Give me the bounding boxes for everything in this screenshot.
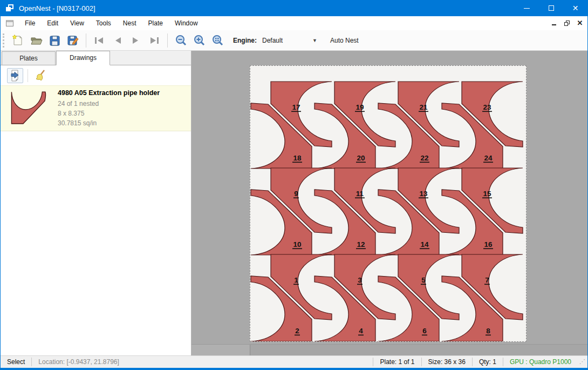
part-number-underline	[422, 335, 427, 336]
minimize-button[interactable]	[515, 0, 539, 16]
drawing-thumbnail	[7, 89, 52, 128]
part-number-label: 1	[294, 276, 298, 284]
status-gpu: GPU : Quadro P1000	[503, 358, 578, 366]
part-number-underline	[482, 198, 492, 199]
drawing-list-item[interactable]: 4980 A05 Extraction pipe holder 24 of 1 …	[1, 85, 191, 131]
part-number-label: 23	[483, 103, 491, 111]
part-number-underline	[357, 284, 363, 285]
part-number-underline	[358, 335, 364, 336]
menu-item-window[interactable]: Window	[169, 17, 204, 30]
part-number-underline	[419, 111, 428, 112]
open-folder-icon	[30, 34, 43, 47]
window-bottom-border	[1, 368, 588, 370]
part-number-label: 15	[483, 190, 491, 198]
maximize-button[interactable]	[539, 0, 563, 16]
tab-drawings[interactable]: Drawings	[56, 51, 110, 65]
close-button[interactable]: ✕	[563, 0, 587, 16]
open-file-button[interactable]	[27, 32, 45, 49]
part-number-label: 4	[359, 327, 363, 335]
mdi-close-button[interactable]: ✕	[576, 19, 584, 28]
menu-item-plate[interactable]: Plate	[142, 17, 169, 30]
part-number-label: 19	[355, 103, 364, 111]
status-size: Size: 36 x 36	[422, 358, 472, 366]
status-mode: Select	[1, 358, 31, 366]
engine-label: Engine:	[233, 37, 257, 44]
save-as-icon	[66, 34, 79, 47]
part-number-underline	[483, 162, 493, 163]
zoom-fit-button[interactable]	[208, 32, 227, 49]
part-number-label: 8	[486, 327, 490, 335]
menu-item-nest[interactable]: Nest	[117, 17, 142, 30]
part-number-label: 3	[358, 276, 362, 284]
statusbar: Select Location: [-0.9437, 21.8796] Plat…	[1, 355, 588, 368]
mdi-restore-button[interactable]	[563, 19, 571, 28]
part-number-label: 13	[419, 190, 428, 198]
part-number-underline	[484, 284, 490, 285]
titlebar: OpenNest - [N0317-002] ✕	[1, 0, 587, 16]
part-number-underline	[421, 284, 426, 285]
left-panel: Plates Drawings	[1, 51, 192, 355]
part-number-underline	[420, 248, 429, 250]
zoom-fit-icon	[211, 34, 224, 47]
auto-nest-button[interactable]: Auto Nest	[327, 35, 362, 46]
status-plate: Plate: 1 of 1	[373, 358, 421, 366]
save-icon	[48, 34, 61, 47]
mdi-document-icon[interactable]	[6, 20, 13, 26]
part-number-label: 20	[357, 154, 365, 162]
part-number-label: 10	[293, 240, 301, 248]
nest-canvas[interactable]: 171819202122232491011121314151612345678	[192, 51, 588, 355]
mdi-minimize-button[interactable]	[550, 19, 558, 28]
nest-layout: 171819202122232491011121314151612345678	[250, 66, 526, 341]
zoom-in-icon	[193, 34, 206, 47]
part-number-label: 11	[356, 190, 364, 198]
menu-item-tools[interactable]: Tools	[90, 17, 117, 30]
menubar: FileEditViewToolsNestPlateWindow ✕	[1, 16, 587, 30]
content-area: Plates Drawings	[1, 51, 588, 355]
zoom-in-button[interactable]	[190, 32, 208, 49]
menu-item-view[interactable]: View	[64, 17, 90, 30]
zoom-out-button[interactable]	[172, 32, 190, 49]
drawings-toolbar	[1, 65, 191, 85]
part-number-label: 22	[420, 154, 428, 162]
tab-plates[interactable]: Plates	[2, 51, 56, 65]
new-file-button[interactable]	[9, 32, 27, 49]
part-number-underline	[292, 162, 302, 163]
nav-first-button[interactable]	[90, 32, 108, 49]
status-qty: Qty: 1	[473, 358, 503, 366]
nav-next-button[interactable]	[127, 32, 145, 49]
import-drawing-button[interactable]	[7, 68, 23, 83]
nav-next-icon	[129, 34, 142, 47]
part-number-label: 2	[295, 327, 299, 335]
horizontal-scrollbar[interactable]	[192, 344, 588, 355]
clean-button[interactable]	[32, 68, 49, 83]
part-number-underline	[295, 335, 300, 336]
engine-select[interactable]: Default ▼	[260, 35, 319, 46]
part-number-label: 17	[292, 103, 300, 111]
nav-prev-button[interactable]	[108, 32, 127, 49]
part-number-underline	[420, 162, 429, 163]
scrollbar-thumb[interactable]	[250, 345, 588, 355]
part-number-underline	[356, 162, 366, 163]
menu-item-file[interactable]: File	[19, 17, 41, 30]
save-as-button[interactable]	[64, 32, 82, 49]
nav-last-button[interactable]	[145, 32, 163, 49]
drawing-title: 4980 A05 Extraction pipe holder	[58, 89, 160, 97]
part-number-underline	[482, 111, 492, 112]
part-number-underline	[419, 198, 428, 199]
drawing-area: 30.7815 sq/in	[58, 118, 160, 128]
resize-grip[interactable]: ⋰	[579, 358, 587, 366]
part-number-label: 16	[484, 240, 493, 248]
part-number-underline	[483, 248, 493, 250]
nav-prev-icon	[111, 34, 124, 47]
save-button[interactable]	[45, 32, 64, 49]
tab-strip: Plates Drawings	[1, 51, 191, 65]
app-window: OpenNest - [N0317-002] ✕ FileEditViewToo…	[0, 0, 588, 370]
engine-value: Default	[262, 37, 283, 44]
zoom-out-icon	[174, 34, 187, 47]
part-number-underline	[355, 111, 365, 112]
nav-last-icon	[148, 34, 161, 47]
toolbar-grip[interactable]	[3, 33, 4, 48]
part-number-label: 5	[421, 276, 426, 284]
part-number-label: 6	[422, 327, 427, 335]
menu-item-edit[interactable]: Edit	[41, 17, 64, 30]
